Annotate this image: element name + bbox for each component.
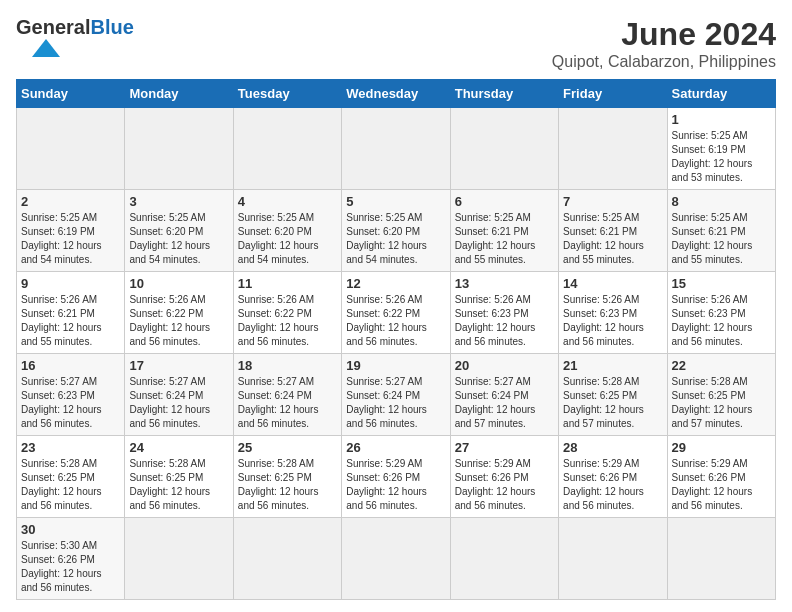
title-area: June 2024 Quipot, Calabarzon, Philippine… (552, 16, 776, 71)
day-info: Sunrise: 5:28 AM Sunset: 6:25 PM Dayligh… (129, 457, 228, 513)
calendar-row-1: 2Sunrise: 5:25 AM Sunset: 6:19 PM Daylig… (17, 190, 776, 272)
weekday-header-wednesday: Wednesday (342, 80, 450, 108)
calendar-title: June 2024 (552, 16, 776, 53)
day-number: 26 (346, 440, 445, 455)
calendar-row-0: 1Sunrise: 5:25 AM Sunset: 6:19 PM Daylig… (17, 108, 776, 190)
calendar-cell-13: 8Sunrise: 5:25 AM Sunset: 6:21 PM Daylig… (667, 190, 775, 272)
calendar-cell-28: 23Sunrise: 5:28 AM Sunset: 6:25 PM Dayli… (17, 436, 125, 518)
day-number: 1 (672, 112, 771, 127)
calendar-cell-12: 7Sunrise: 5:25 AM Sunset: 6:21 PM Daylig… (559, 190, 667, 272)
calendar-cell-16: 11Sunrise: 5:26 AM Sunset: 6:22 PM Dayli… (233, 272, 341, 354)
calendar-cell-33: 28Sunrise: 5:29 AM Sunset: 6:26 PM Dayli… (559, 436, 667, 518)
day-number: 18 (238, 358, 337, 373)
day-info: Sunrise: 5:28 AM Sunset: 6:25 PM Dayligh… (672, 375, 771, 431)
day-number: 28 (563, 440, 662, 455)
calendar-cell-41 (667, 518, 775, 600)
calendar-table: SundayMondayTuesdayWednesdayThursdayFrid… (16, 79, 776, 600)
day-info: Sunrise: 5:26 AM Sunset: 6:22 PM Dayligh… (346, 293, 445, 349)
day-info: Sunrise: 5:27 AM Sunset: 6:24 PM Dayligh… (346, 375, 445, 431)
calendar-cell-40 (559, 518, 667, 600)
calendar-cell-38 (342, 518, 450, 600)
day-info: Sunrise: 5:25 AM Sunset: 6:20 PM Dayligh… (346, 211, 445, 267)
day-info: Sunrise: 5:25 AM Sunset: 6:21 PM Dayligh… (672, 211, 771, 267)
logo-blue-text: Blue (90, 16, 133, 39)
weekday-header-saturday: Saturday (667, 80, 775, 108)
day-info: Sunrise: 5:28 AM Sunset: 6:25 PM Dayligh… (563, 375, 662, 431)
day-info: Sunrise: 5:28 AM Sunset: 6:25 PM Dayligh… (238, 457, 337, 513)
weekday-header-tuesday: Tuesday (233, 80, 341, 108)
day-info: Sunrise: 5:29 AM Sunset: 6:26 PM Dayligh… (455, 457, 554, 513)
calendar-cell-32: 27Sunrise: 5:29 AM Sunset: 6:26 PM Dayli… (450, 436, 558, 518)
calendar-cell-7: 2Sunrise: 5:25 AM Sunset: 6:19 PM Daylig… (17, 190, 125, 272)
day-info: Sunrise: 5:27 AM Sunset: 6:24 PM Dayligh… (238, 375, 337, 431)
calendar-row-5: 30Sunrise: 5:30 AM Sunset: 6:26 PM Dayli… (17, 518, 776, 600)
day-info: Sunrise: 5:27 AM Sunset: 6:24 PM Dayligh… (129, 375, 228, 431)
day-number: 30 (21, 522, 120, 537)
day-number: 21 (563, 358, 662, 373)
day-number: 22 (672, 358, 771, 373)
calendar-cell-39 (450, 518, 558, 600)
day-number: 6 (455, 194, 554, 209)
day-number: 24 (129, 440, 228, 455)
calendar-cell-30: 25Sunrise: 5:28 AM Sunset: 6:25 PM Dayli… (233, 436, 341, 518)
calendar-cell-29: 24Sunrise: 5:28 AM Sunset: 6:25 PM Dayli… (125, 436, 233, 518)
day-number: 29 (672, 440, 771, 455)
day-info: Sunrise: 5:25 AM Sunset: 6:21 PM Dayligh… (455, 211, 554, 267)
day-number: 9 (21, 276, 120, 291)
day-info: Sunrise: 5:26 AM Sunset: 6:23 PM Dayligh… (672, 293, 771, 349)
weekday-header-monday: Monday (125, 80, 233, 108)
calendar-cell-26: 21Sunrise: 5:28 AM Sunset: 6:25 PM Dayli… (559, 354, 667, 436)
calendar-cell-23: 18Sunrise: 5:27 AM Sunset: 6:24 PM Dayli… (233, 354, 341, 436)
calendar-cell-14: 9Sunrise: 5:26 AM Sunset: 6:21 PM Daylig… (17, 272, 125, 354)
calendar-cell-4 (450, 108, 558, 190)
day-info: Sunrise: 5:26 AM Sunset: 6:22 PM Dayligh… (129, 293, 228, 349)
calendar-cell-15: 10Sunrise: 5:26 AM Sunset: 6:22 PM Dayli… (125, 272, 233, 354)
day-info: Sunrise: 5:25 AM Sunset: 6:19 PM Dayligh… (672, 129, 771, 185)
calendar-cell-24: 19Sunrise: 5:27 AM Sunset: 6:24 PM Dayli… (342, 354, 450, 436)
calendar-cell-8: 3Sunrise: 5:25 AM Sunset: 6:20 PM Daylig… (125, 190, 233, 272)
logo: General Blue (16, 16, 134, 59)
day-number: 27 (455, 440, 554, 455)
day-number: 19 (346, 358, 445, 373)
day-number: 20 (455, 358, 554, 373)
logo-icon (16, 39, 76, 59)
day-info: Sunrise: 5:27 AM Sunset: 6:23 PM Dayligh… (21, 375, 120, 431)
day-number: 7 (563, 194, 662, 209)
header: General Blue June 2024 Quipot, Calabarzo… (16, 16, 776, 71)
calendar-cell-11: 6Sunrise: 5:25 AM Sunset: 6:21 PM Daylig… (450, 190, 558, 272)
calendar-cell-22: 17Sunrise: 5:27 AM Sunset: 6:24 PM Dayli… (125, 354, 233, 436)
calendar-cell-34: 29Sunrise: 5:29 AM Sunset: 6:26 PM Dayli… (667, 436, 775, 518)
calendar-cell-1 (125, 108, 233, 190)
day-number: 16 (21, 358, 120, 373)
calendar-cell-17: 12Sunrise: 5:26 AM Sunset: 6:22 PM Dayli… (342, 272, 450, 354)
day-info: Sunrise: 5:28 AM Sunset: 6:25 PM Dayligh… (21, 457, 120, 513)
calendar-cell-2 (233, 108, 341, 190)
day-info: Sunrise: 5:26 AM Sunset: 6:22 PM Dayligh… (238, 293, 337, 349)
calendar-cell-35: 30Sunrise: 5:30 AM Sunset: 6:26 PM Dayli… (17, 518, 125, 600)
calendar-cell-19: 14Sunrise: 5:26 AM Sunset: 6:23 PM Dayli… (559, 272, 667, 354)
calendar-cell-5 (559, 108, 667, 190)
calendar-row-4: 23Sunrise: 5:28 AM Sunset: 6:25 PM Dayli… (17, 436, 776, 518)
day-number: 25 (238, 440, 337, 455)
day-number: 12 (346, 276, 445, 291)
calendar-cell-6: 1Sunrise: 5:25 AM Sunset: 6:19 PM Daylig… (667, 108, 775, 190)
calendar-cell-25: 20Sunrise: 5:27 AM Sunset: 6:24 PM Dayli… (450, 354, 558, 436)
calendar-cell-20: 15Sunrise: 5:26 AM Sunset: 6:23 PM Dayli… (667, 272, 775, 354)
day-info: Sunrise: 5:29 AM Sunset: 6:26 PM Dayligh… (346, 457, 445, 513)
day-number: 13 (455, 276, 554, 291)
calendar-cell-10: 5Sunrise: 5:25 AM Sunset: 6:20 PM Daylig… (342, 190, 450, 272)
day-info: Sunrise: 5:25 AM Sunset: 6:19 PM Dayligh… (21, 211, 120, 267)
logo-general-text: General (16, 16, 90, 39)
day-number: 8 (672, 194, 771, 209)
calendar-cell-3 (342, 108, 450, 190)
day-info: Sunrise: 5:27 AM Sunset: 6:24 PM Dayligh… (455, 375, 554, 431)
day-number: 14 (563, 276, 662, 291)
calendar-cell-21: 16Sunrise: 5:27 AM Sunset: 6:23 PM Dayli… (17, 354, 125, 436)
calendar-cell-0 (17, 108, 125, 190)
day-number: 3 (129, 194, 228, 209)
day-info: Sunrise: 5:26 AM Sunset: 6:23 PM Dayligh… (455, 293, 554, 349)
calendar-subtitle: Quipot, Calabarzon, Philippines (552, 53, 776, 71)
day-info: Sunrise: 5:26 AM Sunset: 6:21 PM Dayligh… (21, 293, 120, 349)
day-info: Sunrise: 5:30 AM Sunset: 6:26 PM Dayligh… (21, 539, 120, 595)
day-number: 5 (346, 194, 445, 209)
